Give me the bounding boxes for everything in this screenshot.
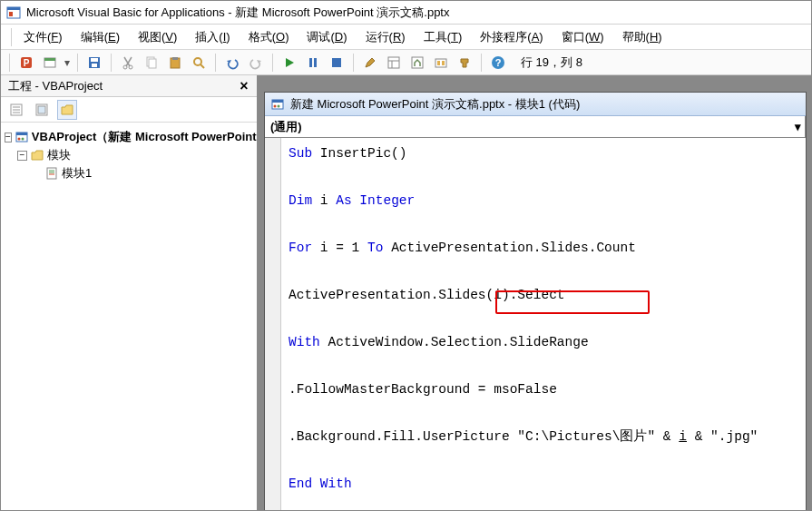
svg-text:?: ? xyxy=(495,57,502,68)
menu-edit[interactable]: 编辑(E) xyxy=(73,26,127,48)
svg-text:P: P xyxy=(24,58,30,68)
svg-rect-19 xyxy=(314,58,317,67)
svg-rect-40 xyxy=(47,168,56,179)
svg-point-11 xyxy=(129,65,132,69)
folder-toggle-icon[interactable] xyxy=(57,100,77,120)
svg-rect-24 xyxy=(412,57,423,68)
svg-point-47 xyxy=(278,104,280,107)
menu-format[interactable]: 格式(O) xyxy=(241,26,297,48)
dropdown-arrow-icon[interactable]: ▾ xyxy=(64,56,71,69)
menu-debug[interactable]: 调试(D) xyxy=(299,26,354,48)
design-mode-icon[interactable] xyxy=(360,53,380,73)
menubar: 文件(F) 编辑(E) 视图(V) 插入(I) 格式(O) 调试(D) 运行(R… xyxy=(1,25,811,50)
menu-addins[interactable]: 外接程序(A) xyxy=(473,26,550,48)
stop-icon[interactable] xyxy=(327,53,347,73)
svg-rect-25 xyxy=(435,59,446,67)
code-gutter xyxy=(265,138,281,511)
code-window-title: 新建 Microsoft PowerPoint 演示文稿.pptx - 模块1 … xyxy=(290,96,580,113)
highlight-annotation xyxy=(495,290,650,314)
svg-rect-8 xyxy=(91,58,98,62)
project-tree[interactable]: − VBAProject（新建 Microsoft PowerPoint 演示文… xyxy=(1,123,257,510)
svg-point-16 xyxy=(194,58,201,65)
code-editor[interactable]: Sub InsertPic() Dim i As Integer For i =… xyxy=(281,138,806,511)
properties-icon[interactable] xyxy=(407,53,427,73)
save-icon[interactable] xyxy=(84,53,104,73)
svg-rect-35 xyxy=(38,106,45,113)
menu-window[interactable]: 窗口(W) xyxy=(554,26,611,48)
menu-tools[interactable]: 工具(T) xyxy=(416,26,470,48)
svg-rect-37 xyxy=(16,133,27,135)
copy-icon[interactable] xyxy=(142,53,161,73)
svg-rect-15 xyxy=(172,57,178,60)
menu-run[interactable]: 运行(R) xyxy=(358,26,413,48)
close-panel-icon[interactable]: × xyxy=(235,77,253,95)
folder-icon xyxy=(30,148,44,162)
pause-icon[interactable] xyxy=(303,53,323,73)
svg-rect-20 xyxy=(332,58,341,67)
svg-rect-2 xyxy=(9,12,13,16)
svg-point-38 xyxy=(17,138,20,141)
powerpoint-icon[interactable]: P xyxy=(16,53,36,73)
module-window-icon xyxy=(270,97,285,112)
find-icon[interactable] xyxy=(189,53,209,73)
modules-folder[interactable]: 模块 xyxy=(47,147,71,163)
svg-rect-27 xyxy=(442,61,445,65)
view-object-icon[interactable] xyxy=(32,100,52,120)
app-icon xyxy=(6,5,21,20)
chevron-down-icon: ▾ xyxy=(795,120,801,133)
svg-rect-26 xyxy=(437,61,440,65)
collapse-icon[interactable]: − xyxy=(5,133,12,142)
svg-rect-13 xyxy=(149,59,156,68)
svg-line-17 xyxy=(201,64,204,68)
insert-module-icon[interactable] xyxy=(40,53,60,73)
project-root[interactable]: VBAProject（新建 Microsoft PowerPoint 演示文稿.… xyxy=(32,129,257,145)
project-explorer-icon[interactable] xyxy=(384,53,404,73)
paste-icon[interactable] xyxy=(165,53,185,73)
scope-dropdown[interactable]: (通用) ▾ xyxy=(265,116,806,137)
svg-point-46 xyxy=(274,104,277,107)
menu-file[interactable]: 文件(F) xyxy=(16,26,70,48)
svg-rect-21 xyxy=(388,57,399,68)
toolbox-icon[interactable] xyxy=(455,53,474,73)
vba-project-icon xyxy=(15,130,29,144)
undo-icon[interactable] xyxy=(222,53,242,73)
svg-rect-18 xyxy=(309,58,312,67)
svg-rect-45 xyxy=(272,100,283,103)
redo-icon[interactable] xyxy=(246,53,266,73)
cut-icon[interactable] xyxy=(118,53,138,73)
code-window: 新建 Microsoft PowerPoint 演示文稿.pptx - 模块1 … xyxy=(264,92,807,511)
toolbar: P ▾ ? 行 19，列 8 xyxy=(1,50,811,75)
project-panel-title: 工程 - VBAProject xyxy=(8,78,103,94)
menu-view[interactable]: 视图(V) xyxy=(131,26,184,48)
menu-help[interactable]: 帮助(H) xyxy=(615,26,670,48)
svg-rect-6 xyxy=(44,58,55,61)
view-code-icon[interactable] xyxy=(6,100,26,120)
svg-point-10 xyxy=(123,65,127,69)
collapse-icon[interactable]: − xyxy=(17,151,27,161)
run-icon[interactable] xyxy=(279,53,299,73)
help-icon[interactable]: ? xyxy=(488,53,508,73)
module1-item[interactable]: 模块1 xyxy=(62,165,92,182)
module-icon xyxy=(44,166,59,181)
menu-insert[interactable]: 插入(I) xyxy=(188,26,237,48)
window-title: Microsoft Visual Basic for Applications … xyxy=(26,5,449,21)
object-browser-icon[interactable] xyxy=(431,53,451,73)
svg-rect-9 xyxy=(92,64,97,67)
svg-point-39 xyxy=(21,138,24,141)
svg-rect-1 xyxy=(7,7,20,10)
cursor-position: 行 19，列 8 xyxy=(521,54,582,71)
